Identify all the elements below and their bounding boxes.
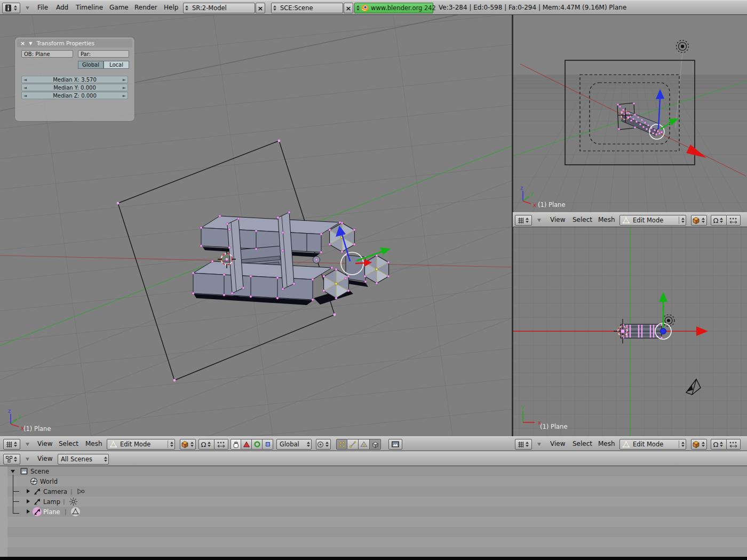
transform-properties-panel[interactable]: × ▼ Transform Properties OB: Plane Par: … [15,37,134,121]
menu-timeline[interactable]: Timeline [76,4,103,11]
menu-select[interactable]: Select [573,216,592,223]
face-mode-icon [360,441,368,448]
svg-text:z: z [520,185,523,191]
panel-header[interactable]: × ▼ Transform Properties [17,39,132,47]
orientation-dropdown[interactable]: Global [276,439,312,450]
median-x-slider[interactable]: ◄ Median X: 3.570 ► [21,76,128,83]
camera-viewport[interactable]: z y x (1) Plane [513,15,747,212]
align-dots-icon [729,441,738,449]
menu-mesh[interactable]: Mesh [598,440,615,447]
editor-type-button[interactable] [515,439,532,450]
header-collapse-icon[interactable]: ▼ [537,218,541,223]
editor-type-button[interactable] [515,215,532,226]
expand-icon[interactable] [27,489,30,493]
menu-help[interactable]: Help [164,4,178,11]
mesh-data-icon [70,507,81,517]
scene-stepper[interactable] [272,4,277,12]
solid-drawtype-icon [181,440,189,449]
panel-collapse-icon[interactable]: ▼ [29,41,32,46]
camera-viewport-header: ▼ View Select Mesh Edit Mode Ω [513,212,747,227]
outliner-panel[interactable]: Scene World Camera | La [0,466,747,557]
header-collapse-icon[interactable]: ▼ [26,442,29,447]
svg-text:y: y [18,413,21,419]
menu-mesh[interactable]: Mesh [85,440,102,447]
pivot-button[interactable]: Ω [711,439,727,450]
mode-dropdown[interactable]: Edit Mode [619,215,686,226]
object-name-field[interactable]: OB: Plane [21,50,73,58]
3d-view-icon [517,217,525,224]
render-preview-button[interactable] [388,439,402,450]
header-collapse-icon[interactable]: ▼ [537,442,541,447]
global-button[interactable]: Global [78,61,104,69]
outliner-row-camera[interactable]: Camera | [7,486,747,497]
screen-stepper[interactable] [184,4,189,12]
median-z-slider[interactable]: ◄ Median Z: 0.000 ► [21,92,128,99]
draw-type-button[interactable] [691,215,707,226]
menu-select[interactable]: Select [573,440,592,447]
outliner-row-world[interactable]: World [7,476,747,486]
scenes-filter-dropdown[interactable]: All Scenes [58,454,109,465]
menu-select[interactable]: Select [59,440,78,447]
version-stepper[interactable] [355,4,361,12]
outliner-row-lamp[interactable]: Lamp | [7,497,747,507]
window-type-stepper[interactable] [12,4,18,12]
face-select-button[interactable] [359,439,370,450]
menu-view[interactable]: View [37,440,52,447]
pivot-button[interactable]: Ω [711,215,727,226]
median-y-slider[interactable]: ◄ Median Y: 0.000 ► [21,84,128,91]
outliner-gutter [0,466,8,557]
blender-logo-icon [361,4,369,12]
outliner-row-plane[interactable]: Plane | [7,507,747,517]
manipulator-translate-button[interactable] [241,439,252,450]
scene-close-button[interactable]: × [344,3,353,13]
panel-close-icon[interactable]: × [20,40,25,47]
edge-select-button[interactable] [347,439,359,450]
expand-icon[interactable] [11,470,15,473]
menu-add[interactable]: Add [56,4,68,11]
editmode-icon [622,217,630,225]
scene-icon [20,468,28,475]
front-viewport[interactable]: y x (1) Plane [513,227,747,436]
outliner-row-scene[interactable]: Scene [7,466,747,476]
menu-view[interactable]: View [37,455,52,462]
menu-file[interactable]: File [37,4,48,11]
editor-type-button[interactable] [3,439,20,450]
pivot-align-button[interactable] [727,215,741,226]
proportional-edit-button[interactable] [316,439,331,450]
editor-type-button[interactable] [3,454,20,465]
manipulator-scale-button[interactable] [263,439,273,450]
menu-render[interactable]: Render [134,4,157,11]
menu-view[interactable]: View [550,440,565,447]
pivot-button[interactable]: Ω [198,439,214,450]
local-button[interactable]: Local [104,61,129,69]
mode-dropdown[interactable]: Edit Mode [619,439,686,450]
menu-mesh[interactable]: Mesh [598,216,615,223]
svg-text:z: z [8,408,11,414]
menu-game[interactable]: Game [109,4,129,11]
draw-type-button[interactable] [180,439,196,450]
menubar-collapse-icon[interactable]: ▼ [26,5,29,11]
pivot-align-button[interactable] [727,439,741,450]
parent-field[interactable]: Par: [78,50,129,58]
version-badge[interactable]: www.blender.org 242 [354,3,433,13]
header-collapse-icon[interactable]: ▼ [26,457,29,462]
lamp-object[interactable] [677,41,689,53]
vertex-select-button[interactable] [336,439,347,450]
mode-dropdown[interactable]: Edit Mode [107,439,175,450]
screen-close-button[interactable]: × [256,3,265,13]
screen-selector[interactable]: SR:2-Model [183,3,255,13]
lamp-data-icon [69,497,78,506]
window-type-button[interactable] [2,3,20,13]
expand-icon[interactable] [27,499,30,503]
draw-type-button[interactable] [691,439,707,450]
rotation-pivot-icon: Ω [713,217,719,225]
manipulator-rotate-button[interactable] [252,439,263,450]
pivot-align-button[interactable] [214,439,228,450]
scene-selector[interactable]: SCE:Scene [271,3,343,13]
expand-icon[interactable] [27,509,30,514]
outliner-header: ▼ View All Scenes [0,451,747,466]
manipulator-toggle-button[interactable] [231,439,241,450]
main-viewport-header: ▼ View Select Mesh Edit Mode Ω [0,436,513,451]
menu-view[interactable]: View [550,216,565,223]
occlude-geometry-button[interactable] [370,439,381,450]
